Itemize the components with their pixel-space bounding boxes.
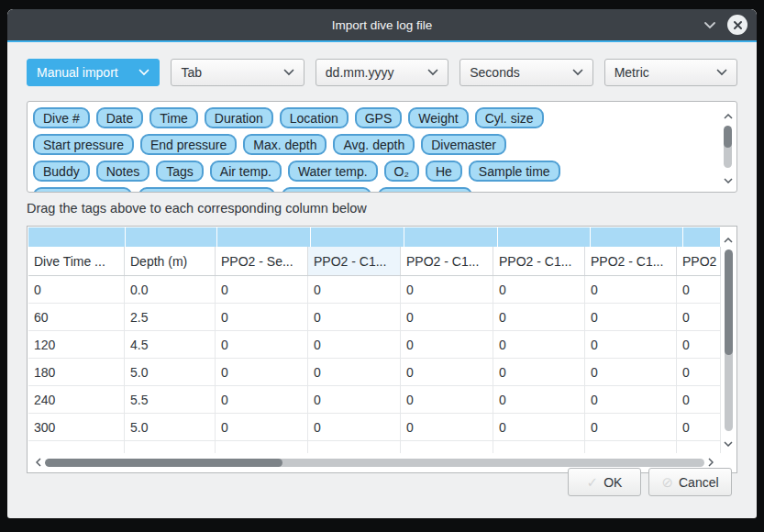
table-row[interactable]: 1805.0000000 <box>28 359 721 386</box>
table-row[interactable]: 2405.5000000 <box>28 386 721 414</box>
combo-units[interactable]: Metric <box>604 59 737 86</box>
table-cell: 0 <box>585 359 677 385</box>
column-header[interactable]: PPO2 <box>677 247 721 275</box>
tag-drop-cell[interactable] <box>404 227 497 247</box>
tag-chip[interactable]: Date <box>96 107 144 128</box>
scroll-up-icon[interactable] <box>724 227 733 249</box>
tag-chip[interactable]: Max. depth <box>243 134 327 155</box>
tag-chip[interactable]: Notes <box>96 161 150 182</box>
tag-chip[interactable]: Tags <box>156 161 204 182</box>
tag-chip[interactable]: Water temp. <box>288 161 378 182</box>
tag-chip[interactable]: GPS <box>355 107 403 128</box>
combo-duration-format[interactable]: Seconds <box>460 59 592 86</box>
tag-chip[interactable]: Duration <box>205 107 273 128</box>
chevron-down-icon <box>138 69 149 76</box>
column-header[interactable]: PPO2 - C1... <box>585 247 677 275</box>
column-header[interactable]: PPO2 - C1... <box>493 247 585 275</box>
tag-drop-cell[interactable] <box>217 227 310 247</box>
tag-chip[interactable]: He <box>426 161 462 182</box>
table-cell <box>493 441 585 453</box>
scrollbar-track[interactable] <box>725 249 733 431</box>
tag-chip[interactable]: Location <box>280 107 349 128</box>
table-cell: 4.5 <box>125 331 216 358</box>
tag-chip[interactable]: Cyl. size <box>475 107 544 128</box>
tag-chip[interactable]: Avg. depth <box>333 134 415 155</box>
table-cell: 5.5 <box>125 386 216 413</box>
table-cell: 0 <box>585 414 677 440</box>
tag-drop-cell[interactable] <box>683 227 720 247</box>
table-cell: 180 <box>28 359 125 385</box>
column-header[interactable]: Depth (m) <box>125 247 216 275</box>
table-row[interactable]: 3005.0000000 <box>28 414 721 441</box>
table-cell: 0 <box>401 359 493 385</box>
table-row[interactable]: 602.5000000 <box>28 304 721 331</box>
table-cell: 0 <box>677 386 721 413</box>
tags-vertical-scrollbar[interactable] <box>721 104 735 190</box>
drag-instruction-label: Drag the tags above to each correspondin… <box>27 201 737 219</box>
scrollbar-track[interactable] <box>45 459 704 467</box>
table-cell <box>677 441 721 453</box>
table-row[interactable]: 1204.5000000 <box>28 331 721 359</box>
combo-manual-import[interactable]: Manual import <box>27 59 160 86</box>
scroll-down-icon[interactable] <box>724 168 733 190</box>
tag-chip[interactable]: Weight <box>408 107 468 128</box>
scroll-down-icon[interactable] <box>724 431 733 453</box>
window-title: Import dive log file <box>332 18 433 32</box>
table-cell: 0 <box>308 414 401 440</box>
table-vertical-scrollbar[interactable] <box>721 227 736 453</box>
table-cell: 0 <box>493 276 585 303</box>
column-header[interactable]: PPO2 - C1... <box>308 247 401 275</box>
column-header[interactable]: PPO2 - C1... <box>401 247 493 275</box>
close-icon[interactable] <box>727 15 747 35</box>
table-cell <box>216 441 308 453</box>
column-header[interactable]: Dive Time ... <box>28 247 125 275</box>
tag-chip[interactable]: Divemaster <box>421 134 506 155</box>
tag-chip[interactable]: Buddy <box>33 161 90 182</box>
tag-chip[interactable]: Dive # <box>33 107 90 128</box>
table-cell: 0 <box>216 331 308 358</box>
table-cell: 0 <box>216 276 308 303</box>
tag-chip[interactable]: Start pressure <box>33 134 134 155</box>
tag-drop-cell[interactable] <box>311 227 404 247</box>
table-cell: 0 <box>308 331 401 358</box>
tag-drop-cell[interactable] <box>498 227 590 247</box>
titlebar[interactable]: Import dive log file <box>7 9 757 40</box>
table-cell: 0 <box>677 304 721 330</box>
tag-row: Sample depthSample temperatureSample pO₂… <box>33 187 716 192</box>
table-cell: 0 <box>216 359 308 385</box>
cancel-button[interactable]: ⊘ Cancel <box>648 468 732 496</box>
tag-chip[interactable]: End pressure <box>140 134 237 155</box>
shade-chevron-down-icon[interactable] <box>703 21 716 29</box>
ok-button[interactable]: ✓ OK <box>568 468 641 496</box>
tag-chip[interactable]: O₂ <box>384 161 419 182</box>
import-preview-table: Dive Time ...Depth (m)PPO2 - Se...PPO2 -… <box>27 226 737 473</box>
tag-chip[interactable]: Time <box>149 107 198 128</box>
tag-chip[interactable]: Sample depth <box>33 187 132 192</box>
table-cell: 60 <box>28 304 125 330</box>
tag-chip[interactable]: Sample temperature <box>138 187 275 192</box>
scrollbar-thumb[interactable] <box>724 126 732 148</box>
tag-drop-cell[interactable] <box>591 227 682 247</box>
scrollbar-track[interactable] <box>724 126 732 168</box>
tag-chip[interactable]: Sample time <box>469 161 560 182</box>
table-cell: 300 <box>28 414 125 440</box>
scroll-left-icon[interactable] <box>32 454 45 471</box>
table-row[interactable]: 00.0000000 <box>28 276 721 304</box>
tag-chip[interactable]: Sample CNS <box>378 187 472 192</box>
column-header[interactable]: PPO2 - Se... <box>216 247 308 275</box>
table-cell: 0 <box>677 331 721 358</box>
table-cell: 0 <box>216 304 308 330</box>
combo-field-separator[interactable]: Tab <box>171 59 304 86</box>
tag-drop-cell[interactable] <box>28 227 125 247</box>
table-cell: 0 <box>677 276 721 303</box>
scroll-up-icon[interactable] <box>724 104 733 126</box>
scrollbar-thumb[interactable] <box>725 249 733 355</box>
tag-chip[interactable]: Air temp. <box>210 161 282 182</box>
table-cell: 0 <box>585 331 677 358</box>
table-cell <box>125 441 216 453</box>
combo-date-format[interactable]: dd.mm.yyyy <box>316 59 448 86</box>
scrollbar-thumb[interactable] <box>45 459 282 467</box>
table-cell: 0 <box>677 359 721 385</box>
tag-drop-cell[interactable] <box>126 227 216 247</box>
tag-chip[interactable]: Sample pO₂ <box>282 187 371 192</box>
